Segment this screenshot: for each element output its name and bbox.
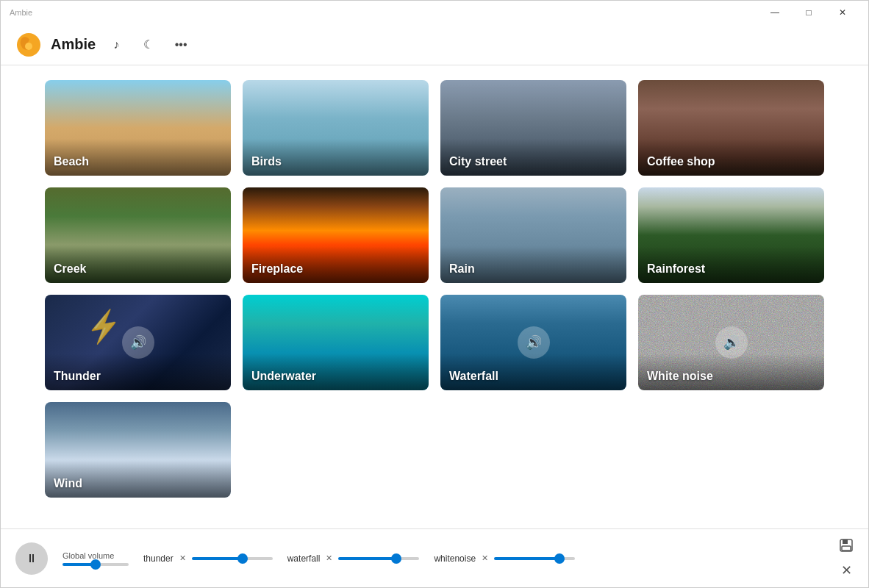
track-waterfall-label: waterfall (287, 553, 321, 564)
bottom-bar: ⏸ Global volume thunder ✕ waterfall ✕ wh… (1, 528, 868, 587)
sound-label-rainforest: Rainforest (647, 262, 705, 276)
sound-grid: BeachBirdsCity streetCoffee shopCreekFir… (45, 80, 824, 498)
track-thunder-label: thunder (143, 553, 174, 564)
bottom-close-button[interactable]: ✕ (841, 562, 852, 578)
app-header: Ambie ♪ ☾ ••• (1, 24, 868, 65)
sound-card-wind[interactable]: Wind (45, 402, 231, 498)
speaker-icon: 🔊 (518, 326, 550, 359)
title-bar: Ambie — □ ✕ (1, 1, 868, 24)
save-button[interactable] (839, 538, 854, 556)
sound-label-beach: Beach (54, 155, 89, 168)
svg-rect-6 (842, 546, 851, 551)
sound-label-city-street: City street (449, 155, 507, 168)
sound-label-creek: Creek (54, 262, 86, 276)
sound-card-waterfall[interactable]: 🔊Waterfall (440, 295, 626, 390)
sound-label-coffee-shop: Coffee shop (647, 155, 715, 168)
night-icon-button[interactable]: ☾ (137, 33, 160, 57)
track-waterfall-close[interactable]: ✕ (324, 553, 334, 563)
main-content: BeachBirdsCity streetCoffee shopCreekFir… (1, 65, 868, 528)
sound-label-whitenoise: White noise (647, 370, 713, 383)
sound-card-underwater[interactable]: Underwater (243, 295, 429, 390)
track-waterfall-slider[interactable] (338, 557, 419, 560)
maximize-button[interactable]: □ (792, 1, 826, 24)
music-icon-button[interactable]: ♪ (104, 33, 128, 57)
sound-card-birds[interactable]: Birds (243, 80, 429, 176)
track-waterfall-section: waterfall ✕ (287, 553, 420, 564)
sound-label-rain: Rain (449, 262, 475, 276)
sound-card-beach[interactable]: Beach (45, 80, 231, 176)
speaker-icon: 🔊 (122, 326, 154, 359)
svg-point-3 (25, 43, 32, 50)
bottom-right-controls: ✕ (839, 538, 854, 578)
sound-card-fireplace[interactable]: Fireplace (243, 187, 429, 283)
app-name-title: Ambie (10, 8, 32, 17)
app-logo (15, 32, 42, 58)
pause-icon: ⏸ (26, 552, 37, 565)
sound-card-whitenoise[interactable]: 🔊White noise (638, 295, 824, 390)
sound-card-city-street[interactable]: City street (440, 80, 626, 176)
title-bar-left: Ambie (10, 8, 32, 17)
sound-card-creek[interactable]: Creek (45, 187, 231, 283)
track-whitenoise-slider[interactable] (494, 557, 575, 560)
lightning-icon: ⚡ (82, 306, 124, 347)
save-icon (839, 538, 854, 553)
sound-label-thunder: Thunder (54, 370, 101, 383)
title-bar-controls: — □ ✕ (758, 1, 859, 24)
track-whitenoise-section: whitenoise ✕ (434, 553, 575, 564)
sound-card-rain[interactable]: Rain (440, 187, 626, 283)
sound-card-coffee-shop[interactable]: Coffee shop (638, 80, 824, 176)
sound-label-birds: Birds (251, 155, 282, 168)
svg-rect-5 (843, 539, 848, 544)
track-thunder-section: thunder ✕ (143, 553, 273, 564)
sound-label-fireplace: Fireplace (251, 262, 303, 276)
track-whitenoise-close[interactable]: ✕ (480, 553, 490, 563)
sound-card-rainforest[interactable]: Rainforest (638, 187, 824, 283)
track-whitenoise-label: whitenoise (434, 553, 476, 564)
more-icon-button[interactable]: ••• (169, 33, 193, 57)
sound-card-thunder[interactable]: ⚡🔊Thunder (45, 295, 231, 390)
sound-label-wind: Wind (54, 477, 82, 490)
global-volume-slider[interactable] (62, 563, 129, 566)
pause-button[interactable]: ⏸ (15, 542, 48, 575)
sound-label-underwater: Underwater (251, 370, 316, 383)
app-title: Ambie (51, 36, 96, 53)
speaker-icon: 🔊 (715, 326, 748, 359)
close-button[interactable]: ✕ (826, 1, 859, 24)
sound-label-waterfall: Waterfall (449, 370, 498, 383)
track-thunder-close[interactable]: ✕ (178, 553, 187, 563)
track-thunder-slider[interactable] (192, 557, 273, 560)
global-volume-section: Global volume (62, 551, 129, 566)
minimize-button[interactable]: — (758, 1, 792, 24)
